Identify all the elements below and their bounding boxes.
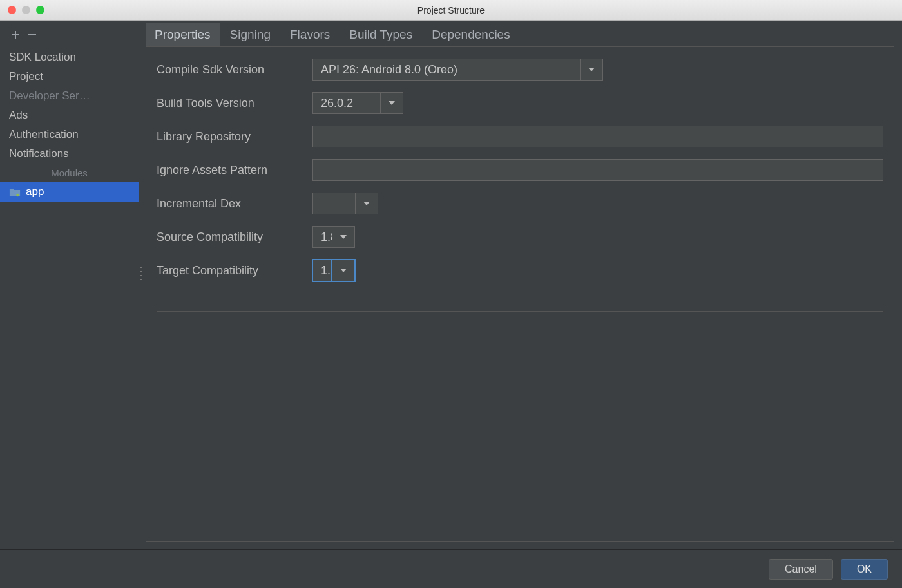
tab-flavors[interactable]: Flavors	[281, 23, 339, 46]
detail-panel	[157, 311, 883, 529]
cancel-button[interactable]: Cancel	[769, 559, 833, 580]
sidebar-header-modules-label: Modules	[51, 167, 88, 178]
label-incremental-dex: Incremental Dex	[157, 197, 312, 211]
label-target-compat: Target Compatibility	[157, 264, 312, 278]
compile-sdk-value: API 26: Android 8.0 (Oreo)	[312, 59, 580, 81]
add-icon[interactable]	[9, 28, 22, 41]
label-library-repo: Library Repository	[157, 130, 312, 144]
sidebar-header-developer-services: Developer Ser…	[0, 86, 139, 106]
titlebar: Project Structure	[0, 0, 902, 21]
source-compat-value: 1.8	[312, 226, 332, 248]
sidebar-item-notifications[interactable]: Notifications	[0, 144, 139, 164]
folder-icon	[9, 187, 21, 197]
build-tools-dropdown[interactable]: 26.0.2	[312, 92, 403, 114]
target-compat-dropdown[interactable]: 1.8	[312, 260, 355, 281]
tab-content-properties: Compile Sdk Version API 26: Android 8.0 …	[146, 47, 894, 542]
close-window-icon[interactable]	[8, 6, 16, 14]
sidebar-header-modules: Modules	[0, 164, 139, 182]
row-target-compat: Target Compatibility 1.8	[157, 260, 883, 281]
ok-button[interactable]: OK	[841, 559, 888, 580]
compile-sdk-dropdown[interactable]: API 26: Android 8.0 (Oreo)	[312, 59, 603, 81]
label-build-tools: Build Tools Version	[157, 97, 312, 110]
sidebar: SDK Location Project Developer Ser… Ads …	[0, 21, 139, 549]
dialog-footer: Cancel OK	[0, 549, 902, 588]
tab-properties[interactable]: Properties	[146, 23, 220, 46]
incremental-dex-dropdown[interactable]	[312, 193, 378, 214]
module-label: app	[26, 185, 44, 198]
sidebar-item-sdk-location[interactable]: SDK Location	[0, 48, 139, 67]
window-title: Project Structure	[417, 5, 485, 15]
sidebar-toolbar	[0, 24, 139, 48]
window-controls	[8, 6, 44, 14]
ignore-assets-input[interactable]	[312, 159, 883, 181]
chevron-down-icon[interactable]	[332, 260, 355, 281]
body-area: SDK Location Project Developer Ser… Ads …	[0, 21, 902, 549]
build-tools-value: 26.0.2	[312, 92, 380, 114]
chevron-down-icon[interactable]	[380, 92, 403, 114]
row-library-repo: Library Repository	[157, 126, 883, 147]
sidebar-module-app[interactable]: app	[0, 182, 139, 202]
main-panel: Properties Signing Flavors Build Types D…	[139, 21, 902, 549]
row-ignore-assets: Ignore Assets Pattern	[157, 159, 883, 181]
row-build-tools: Build Tools Version 26.0.2	[157, 92, 883, 114]
svg-point-0	[16, 193, 19, 196]
tab-dependencies[interactable]: Dependencies	[423, 23, 519, 46]
properties-form: Compile Sdk Version API 26: Android 8.0 …	[157, 59, 883, 281]
row-source-compat: Source Compatibility 1.8	[157, 226, 883, 248]
tabs: Properties Signing Flavors Build Types D…	[146, 23, 894, 47]
target-compat-value: 1.8	[312, 260, 332, 281]
chevron-down-icon[interactable]	[580, 59, 603, 81]
incremental-dex-value	[312, 193, 355, 214]
source-compat-dropdown[interactable]: 1.8	[312, 226, 355, 248]
chevron-down-icon[interactable]	[355, 193, 378, 214]
chevron-down-icon[interactable]	[332, 226, 355, 248]
row-compile-sdk: Compile Sdk Version API 26: Android 8.0 …	[157, 59, 883, 81]
remove-icon[interactable]	[26, 28, 39, 41]
minimize-window-icon[interactable]	[22, 6, 30, 14]
tab-signing[interactable]: Signing	[221, 23, 280, 46]
library-repo-input[interactable]	[312, 126, 883, 147]
label-source-compat: Source Compatibility	[157, 231, 312, 244]
zoom-window-icon[interactable]	[36, 6, 44, 14]
label-ignore-assets: Ignore Assets Pattern	[157, 164, 312, 177]
tab-build-types[interactable]: Build Types	[340, 23, 421, 46]
sidebar-item-project[interactable]: Project	[0, 67, 139, 86]
label-compile-sdk: Compile Sdk Version	[157, 63, 312, 77]
sidebar-item-authentication[interactable]: Authentication	[0, 125, 139, 144]
row-incremental-dex: Incremental Dex	[157, 193, 883, 214]
split-handle[interactable]	[139, 266, 143, 289]
sidebar-item-ads[interactable]: Ads	[0, 106, 139, 125]
